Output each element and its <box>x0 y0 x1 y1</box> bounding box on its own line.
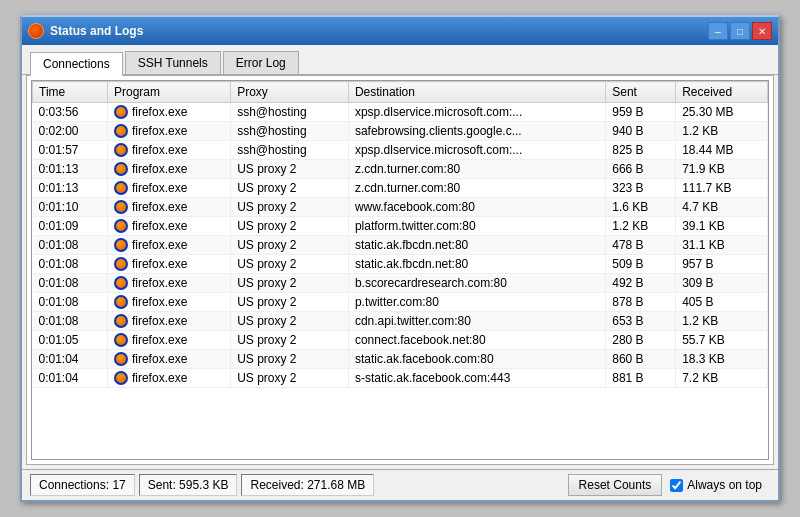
tab-ssh-tunnels[interactable]: SSH Tunnels <box>125 51 221 74</box>
cell-program: firefox.exe <box>107 312 230 331</box>
reset-counts-button[interactable]: Reset Counts <box>568 474 663 496</box>
cell-received: 31.1 KB <box>676 236 768 255</box>
always-on-top-checkbox-area[interactable]: Always on top <box>662 475 770 495</box>
firefox-icon <box>114 314 128 328</box>
cell-proxy: US proxy 2 <box>231 179 349 198</box>
tab-error-log[interactable]: Error Log <box>223 51 299 74</box>
table-row[interactable]: 0:01:08firefox.exeUS proxy 2static.ak.fb… <box>33 236 768 255</box>
table-row[interactable]: 0:01:05firefox.exeUS proxy 2connect.face… <box>33 331 768 350</box>
cell-proxy: US proxy 2 <box>231 255 349 274</box>
table-row[interactable]: 0:01:57firefox.exessh@hostingxpsp.dlserv… <box>33 141 768 160</box>
firefox-icon <box>114 295 128 309</box>
cell-time: 0:01:04 <box>33 369 108 388</box>
col-program: Program <box>107 82 230 103</box>
cell-destination: xpsp.dlservice.microsoft.com:... <box>348 103 605 122</box>
cell-destination: z.cdn.turner.com:80 <box>348 179 605 198</box>
table-row[interactable]: 0:01:04firefox.exeUS proxy 2static.ak.fa… <box>33 350 768 369</box>
cell-sent: 323 B <box>606 179 676 198</box>
cell-program: firefox.exe <box>107 331 230 350</box>
sent-total: Sent: 595.3 KB <box>139 474 238 496</box>
cell-sent: 509 B <box>606 255 676 274</box>
cell-destination: www.facebook.com:80 <box>348 198 605 217</box>
cell-sent: 1.2 KB <box>606 217 676 236</box>
cell-program: firefox.exe <box>107 350 230 369</box>
connections-table-wrapper[interactable]: Time Program Proxy Destination Sent Rece… <box>31 80 769 460</box>
window-title: Status and Logs <box>50 24 143 38</box>
cell-time: 0:01:13 <box>33 160 108 179</box>
cell-received: 39.1 KB <box>676 217 768 236</box>
cell-program: firefox.exe <box>107 198 230 217</box>
cell-time: 0:01:08 <box>33 312 108 331</box>
firefox-icon <box>114 219 128 233</box>
cell-time: 0:01:08 <box>33 255 108 274</box>
close-button[interactable]: ✕ <box>752 22 772 40</box>
cell-program: firefox.exe <box>107 255 230 274</box>
cell-sent: 280 B <box>606 331 676 350</box>
cell-program: firefox.exe <box>107 160 230 179</box>
col-received: Received <box>676 82 768 103</box>
cell-proxy: US proxy 2 <box>231 217 349 236</box>
title-buttons: – □ ✕ <box>708 22 772 40</box>
tab-content: Time Program Proxy Destination Sent Rece… <box>26 75 774 465</box>
table-row[interactable]: 0:01:08firefox.exeUS proxy 2static.ak.fb… <box>33 255 768 274</box>
firefox-icon <box>114 162 128 176</box>
cell-program: firefox.exe <box>107 103 230 122</box>
cell-proxy: US proxy 2 <box>231 312 349 331</box>
cell-received: 405 B <box>676 293 768 312</box>
cell-proxy: US proxy 2 <box>231 293 349 312</box>
table-row[interactable]: 0:01:10firefox.exeUS proxy 2www.facebook… <box>33 198 768 217</box>
cell-program: firefox.exe <box>107 369 230 388</box>
firefox-icon <box>114 143 128 157</box>
cell-destination: connect.facebook.net:80 <box>348 331 605 350</box>
cell-destination: z.cdn.turner.com:80 <box>348 160 605 179</box>
table-row[interactable]: 0:01:04firefox.exeUS proxy 2s-static.ak.… <box>33 369 768 388</box>
cell-program: firefox.exe <box>107 217 230 236</box>
cell-destination: static.ak.facebook.com:80 <box>348 350 605 369</box>
minimize-button[interactable]: – <box>708 22 728 40</box>
cell-received: 18.44 MB <box>676 141 768 160</box>
app-icon <box>28 23 44 39</box>
table-row[interactable]: 0:01:13firefox.exeUS proxy 2z.cdn.turner… <box>33 160 768 179</box>
cell-program: firefox.exe <box>107 141 230 160</box>
table-header-row: Time Program Proxy Destination Sent Rece… <box>33 82 768 103</box>
table-row[interactable]: 0:03:56firefox.exessh@hostingxpsp.dlserv… <box>33 103 768 122</box>
cell-destination: static.ak.fbcdn.net:80 <box>348 236 605 255</box>
col-time: Time <box>33 82 108 103</box>
always-on-top-checkbox[interactable] <box>670 479 683 492</box>
maximize-button[interactable]: □ <box>730 22 750 40</box>
table-row[interactable]: 0:01:09firefox.exeUS proxy 2platform.twi… <box>33 217 768 236</box>
table-row[interactable]: 0:01:08firefox.exeUS proxy 2b.scorecardr… <box>33 274 768 293</box>
table-row[interactable]: 0:01:08firefox.exeUS proxy 2cdn.api.twit… <box>33 312 768 331</box>
cell-time: 0:01:05 <box>33 331 108 350</box>
cell-proxy: US proxy 2 <box>231 350 349 369</box>
table-row[interactable]: 0:01:13firefox.exeUS proxy 2z.cdn.turner… <box>33 179 768 198</box>
cell-received: 957 B <box>676 255 768 274</box>
cell-proxy: US proxy 2 <box>231 160 349 179</box>
cell-received: 7.2 KB <box>676 369 768 388</box>
table-row[interactable]: 0:01:08firefox.exeUS proxy 2p.twitter.co… <box>33 293 768 312</box>
cell-sent: 860 B <box>606 350 676 369</box>
firefox-icon <box>114 105 128 119</box>
title-bar-left: Status and Logs <box>28 23 143 39</box>
cell-proxy: ssh@hosting <box>231 122 349 141</box>
table-row[interactable]: 0:02:00firefox.exessh@hostingsafebrowsin… <box>33 122 768 141</box>
col-destination: Destination <box>348 82 605 103</box>
status-bar: Connections: 17 Sent: 595.3 KB Received:… <box>22 469 778 500</box>
firefox-icon <box>114 238 128 252</box>
cell-program: firefox.exe <box>107 274 230 293</box>
cell-program: firefox.exe <box>107 293 230 312</box>
cell-destination: b.scorecardresearch.com:80 <box>348 274 605 293</box>
cell-destination: platform.twitter.com:80 <box>348 217 605 236</box>
title-bar: Status and Logs – □ ✕ <box>22 17 778 45</box>
connections-table: Time Program Proxy Destination Sent Rece… <box>32 81 768 388</box>
cell-time: 0:01:09 <box>33 217 108 236</box>
cell-destination: xpsp.dlservice.microsoft.com:... <box>348 141 605 160</box>
col-sent: Sent <box>606 82 676 103</box>
cell-program: firefox.exe <box>107 236 230 255</box>
main-window: Status and Logs – □ ✕ Connections SSH Tu… <box>20 15 780 502</box>
firefox-icon <box>114 371 128 385</box>
cell-proxy: ssh@hosting <box>231 103 349 122</box>
col-proxy: Proxy <box>231 82 349 103</box>
tab-connections[interactable]: Connections <box>30 52 123 76</box>
cell-received: 111.7 KB <box>676 179 768 198</box>
